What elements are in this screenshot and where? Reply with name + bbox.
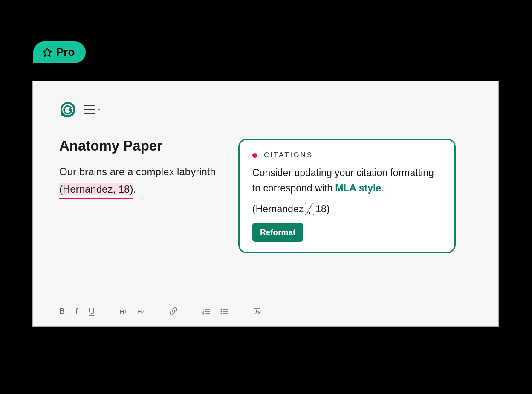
pro-badge: Pro [33, 41, 86, 63]
svg-point-9 [220, 309, 222, 310]
chevron-right-icon [98, 108, 100, 111]
text-before-citation: Our brains are a complex labyrinth [59, 166, 216, 177]
editor-window: Anatomy Paper Our brains are a complex l… [32, 81, 499, 327]
star-icon [42, 47, 53, 58]
suggestion-card: CITATIONS Consider updating your citatio… [238, 139, 456, 253]
svg-point-10 [220, 311, 222, 312]
text-after-citation: . [133, 183, 136, 195]
editor-header [33, 81, 498, 118]
ordered-list-button[interactable]: 1 2 3 [202, 307, 210, 316]
sidebar-toggle-button[interactable] [84, 105, 100, 114]
h1-button[interactable]: H1 [120, 307, 127, 316]
formatting-toolbar: B I H1 H2 1 2 3 [59, 307, 261, 316]
underline-button[interactable] [88, 307, 95, 316]
reformat-button[interactable]: Reformat [252, 223, 303, 242]
style-link[interactable]: MLA style [335, 183, 381, 194]
svg-point-11 [220, 313, 222, 314]
pro-label: Pro [56, 46, 75, 59]
h2-button[interactable]: H2 [137, 307, 145, 316]
hamburger-icon [84, 105, 95, 114]
error-underline [59, 198, 133, 199]
unordered-list-button[interactable] [220, 307, 228, 316]
italic-button[interactable]: I [75, 307, 78, 316]
clear-formatting-button[interactable] [253, 307, 261, 316]
citation-preview: (Hernandez , 18) [252, 203, 442, 215]
severity-dot-icon [252, 153, 257, 158]
deletion-marker: , [305, 203, 314, 215]
suggestion-message: Consider updating your citation formatti… [252, 165, 442, 196]
citation-highlight[interactable]: (Hernandez, 18) [59, 183, 133, 195]
svg-text:3: 3 [202, 313, 204, 315]
suggestion-header: CITATIONS [252, 151, 442, 159]
bold-button[interactable]: B [59, 307, 65, 316]
document-text[interactable]: Our brains are a complex labyrinth (Hern… [59, 163, 221, 198]
grammarly-logo-icon[interactable] [59, 101, 76, 118]
link-button[interactable] [169, 307, 178, 316]
suggestion-category: CITATIONS [264, 151, 313, 159]
